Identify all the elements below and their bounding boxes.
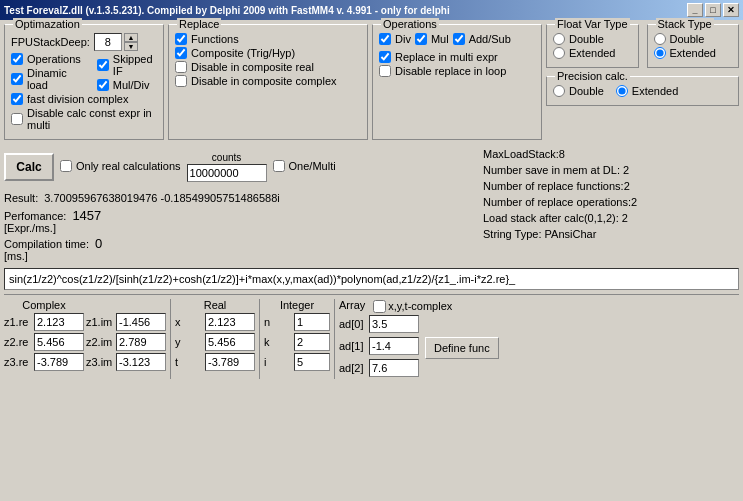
z3im-input[interactable] <box>116 353 166 371</box>
expression-input[interactable] <box>4 268 739 290</box>
y-input[interactable] <box>205 333 255 351</box>
real-header: Real <box>175 299 255 311</box>
onemulti-checkbox[interactable] <box>273 160 285 172</box>
composite-label: Composite (Trig/Hyp) <box>191 47 295 59</box>
float-var-label: Float Var Type <box>555 18 630 30</box>
maximize-button[interactable]: □ <box>705 3 721 17</box>
z3re-input[interactable] <box>34 353 84 371</box>
disablecalc-checkbox[interactable] <box>11 113 23 125</box>
dinamic-label: Dinamic load <box>27 67 81 91</box>
window-title: Test ForevalZ.dll (v.1.3.5.231). Compile… <box>4 5 450 16</box>
skipped-check-row: Skipped IF <box>97 53 157 77</box>
loadstack-line: Load stack after calc(0,1,2): 2 <box>483 212 739 224</box>
n-row: n <box>264 313 330 331</box>
fastdiv-checkbox[interactable] <box>11 93 23 105</box>
functions-check-row: Functions <box>175 33 361 45</box>
disablereal-label: Disable in composite real <box>191 61 314 73</box>
optimization-group: Optimazation FPUStackDeep: ▲ ▼ Operation… <box>4 24 164 140</box>
perf-label: Perfomance: <box>4 210 66 222</box>
z1re-input[interactable] <box>34 313 84 331</box>
prec-double-row: Double <box>553 85 604 97</box>
float-extended-radio[interactable] <box>553 47 565 59</box>
dinamic-checkbox[interactable] <box>11 73 23 85</box>
result-row: Result: 3.70095967638019476 -0.185499057… <box>4 192 475 204</box>
ad0-input[interactable] <box>369 315 419 333</box>
t-input[interactable] <box>205 353 255 371</box>
counts-group: counts <box>187 152 267 182</box>
muldiv-checkbox[interactable] <box>97 79 109 91</box>
fpu-down-arrow[interactable]: ▼ <box>124 42 138 51</box>
z2im-input[interactable] <box>116 333 166 351</box>
muldiv-label: Mul/Div <box>113 79 150 91</box>
i-label: i <box>264 356 292 368</box>
div-label: Div <box>395 33 411 45</box>
counts-input[interactable] <box>187 164 267 182</box>
stack-extended-radio[interactable] <box>654 47 666 59</box>
onemulti-label: One/Multi <box>289 160 336 172</box>
array-header: Array <box>339 299 365 311</box>
z2re-input[interactable] <box>34 333 84 351</box>
title-controls: _ □ ✕ <box>687 3 739 17</box>
disablecomplex-label: Disable in composite complex <box>191 75 337 87</box>
left-panel: Calc Only real calculations counts One/M… <box>4 148 475 264</box>
composite-check-row: Composite (Trig/Hyp) <box>175 47 361 59</box>
fastdiv-label: fast division complex <box>27 93 129 105</box>
replacemulti-checkbox[interactable] <box>379 51 391 63</box>
operations-group: Operations Div Mul Add/Sub Replace in mu… <box>372 24 542 140</box>
addsub-checkbox[interactable] <box>453 33 465 45</box>
x-input[interactable] <box>205 313 255 331</box>
k-input[interactable] <box>294 333 330 351</box>
float-double-label: Double <box>569 33 604 45</box>
define-func-button[interactable]: Define func <box>425 337 499 359</box>
integer-section: Integer n k i <box>264 299 330 379</box>
disableloop-checkbox[interactable] <box>379 65 391 77</box>
fpu-up-arrow[interactable]: ▲ <box>124 33 138 42</box>
replacemulti-check-row: Replace in multi expr <box>379 51 535 63</box>
prec-extended-radio[interactable] <box>616 85 628 97</box>
ad1-define-row: ad[1] Define func <box>339 335 499 359</box>
stack-extended-row: Extended <box>654 47 733 59</box>
operations-checkbox[interactable] <box>11 53 23 65</box>
close-button[interactable]: ✕ <box>723 3 739 17</box>
y-label: y <box>175 336 203 348</box>
ad1-label: ad[1] <box>339 340 367 352</box>
composite-checkbox[interactable] <box>175 47 187 59</box>
z1im-input[interactable] <box>116 313 166 331</box>
divider-1 <box>170 299 171 379</box>
float-double-radio[interactable] <box>553 33 565 45</box>
fpu-label: FPUStackDeep: <box>11 36 90 48</box>
integer-header: Integer <box>264 299 330 311</box>
divider-3 <box>334 299 335 379</box>
prec-double-radio[interactable] <box>553 85 565 97</box>
skipped-checkbox[interactable] <box>97 59 109 71</box>
fpu-value-input[interactable] <box>94 33 122 51</box>
prec-double-label: Double <box>569 85 604 97</box>
stack-double-radio[interactable] <box>654 33 666 45</box>
calc-row: Calc Only real calculations counts One/M… <box>4 148 475 186</box>
i-input[interactable] <box>294 353 330 371</box>
functions-checkbox[interactable] <box>175 33 187 45</box>
real-section: Real x y t <box>175 299 255 379</box>
numreplace-line: Number of replace functions:2 <box>483 180 739 192</box>
perf-labels: Perfomance: [Expr./ms.] <box>4 210 66 234</box>
disablereal-checkbox[interactable] <box>175 61 187 73</box>
n-input[interactable] <box>294 313 330 331</box>
disablecomplex-checkbox[interactable] <box>175 75 187 87</box>
calc-button[interactable]: Calc <box>4 153 54 181</box>
xy-complex-row: x,y,t-complex <box>373 300 452 313</box>
mul-checkbox[interactable] <box>415 33 427 45</box>
stack-double-row: Double <box>654 33 733 45</box>
div-checkbox[interactable] <box>379 33 391 45</box>
right-panel-info: MaxLoadStack:8 Number save in mem at DL:… <box>479 148 739 240</box>
ad2-input[interactable] <box>369 359 419 377</box>
xy-complex-checkbox[interactable] <box>373 300 386 313</box>
minimize-button[interactable]: _ <box>687 3 703 17</box>
onlyreal-checkbox[interactable] <box>60 160 72 172</box>
top-section: Optimazation FPUStackDeep: ▲ ▼ Operation… <box>4 24 739 144</box>
z1re-label: z1.re <box>4 316 32 328</box>
ad0-row: ad[0] <box>339 315 499 333</box>
n-label: n <box>264 316 292 328</box>
operations-label: Operations <box>27 53 81 65</box>
ad1-input[interactable] <box>369 337 419 355</box>
fpu-row: FPUStackDeep: ▲ ▼ <box>11 33 157 51</box>
